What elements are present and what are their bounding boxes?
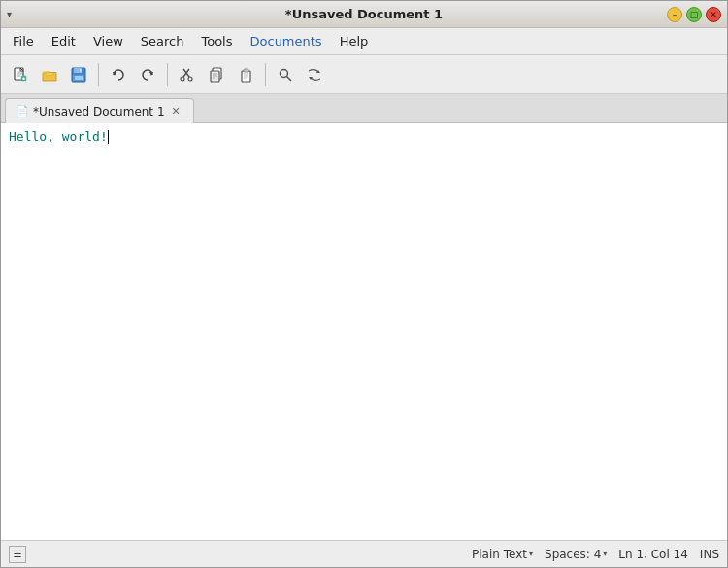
copy-button[interactable] bbox=[203, 61, 230, 88]
find-button[interactable] bbox=[272, 61, 299, 88]
tab-close-button[interactable]: ✕ bbox=[169, 104, 183, 118]
svg-rect-13 bbox=[80, 69, 82, 72]
open-button[interactable] bbox=[36, 61, 63, 88]
svg-rect-15 bbox=[75, 76, 83, 80]
redo-icon bbox=[140, 67, 155, 83]
text-cursor bbox=[108, 130, 109, 144]
svg-point-20 bbox=[181, 77, 184, 81]
svg-rect-29 bbox=[244, 69, 248, 72]
window-controls: – □ ✕ bbox=[667, 7, 721, 22]
menu-file[interactable]: File bbox=[5, 31, 42, 51]
close-button[interactable]: ✕ bbox=[706, 7, 721, 22]
separator-3 bbox=[265, 63, 266, 86]
save-button[interactable] bbox=[65, 61, 92, 88]
svg-rect-28 bbox=[242, 71, 250, 82]
cut-button[interactable] bbox=[174, 61, 201, 88]
separator-2 bbox=[167, 63, 168, 86]
undo-button[interactable] bbox=[105, 61, 132, 88]
editor-content[interactable]: Hello, world! bbox=[9, 129, 719, 534]
cut-icon bbox=[180, 67, 195, 83]
filetype-dropdown-arrow: ▾ bbox=[529, 550, 533, 558]
editor-area[interactable]: Hello, world! bbox=[1, 123, 727, 540]
titlebar-dropdown-arrow[interactable]: ▾ bbox=[7, 9, 12, 19]
main-window: ▾ *Unsaved Document 1 – □ ✕ File Edit Vi… bbox=[0, 0, 728, 568]
minimize-button[interactable]: – bbox=[667, 7, 682, 22]
menu-view[interactable]: View bbox=[85, 31, 131, 51]
tab-doc-icon: 📄 bbox=[16, 105, 29, 117]
statusbar: ☰ Plain Text ▾ Spaces: 4 ▾ Ln 1, Col 14 … bbox=[1, 540, 727, 567]
svg-point-33 bbox=[281, 69, 288, 77]
undo-icon bbox=[111, 67, 126, 83]
paste-button[interactable] bbox=[232, 61, 259, 88]
sidebar-toggle-button[interactable]: ☰ bbox=[9, 546, 26, 563]
cursor-position: Ln 1, Col 14 bbox=[618, 548, 688, 561]
spaces-dropdown-arrow: ▾ bbox=[603, 550, 607, 558]
spaces-label: Spaces: 4 bbox=[545, 548, 601, 561]
maximize-button[interactable]: □ bbox=[686, 7, 702, 22]
svg-point-21 bbox=[188, 77, 192, 81]
menu-search[interactable]: Search bbox=[133, 31, 192, 51]
spaces-dropdown[interactable]: Spaces: 4 ▾ bbox=[545, 548, 607, 561]
filetype-dropdown[interactable]: Plain Text ▾ bbox=[472, 548, 533, 561]
new-doc-icon bbox=[13, 67, 28, 83]
svg-line-34 bbox=[287, 76, 292, 81]
new-button[interactable] bbox=[7, 61, 34, 88]
menubar: File Edit View Search Tools Documents He… bbox=[1, 28, 727, 55]
statusbar-right: Plain Text ▾ Spaces: 4 ▾ Ln 1, Col 14 IN… bbox=[472, 548, 719, 561]
titlebar: ▾ *Unsaved Document 1 – □ ✕ bbox=[1, 1, 727, 28]
statusbar-left: ☰ bbox=[9, 546, 26, 563]
find-icon bbox=[278, 67, 293, 83]
svg-rect-24 bbox=[211, 71, 219, 82]
menu-help[interactable]: Help bbox=[332, 31, 377, 51]
toolbar bbox=[1, 55, 727, 94]
redo-button[interactable] bbox=[134, 61, 161, 88]
tab-label: *Unsaved Document 1 bbox=[33, 105, 165, 118]
save-doc-icon bbox=[71, 67, 86, 83]
paste-icon bbox=[238, 67, 253, 83]
replace-button[interactable] bbox=[301, 61, 328, 88]
menu-tools[interactable]: Tools bbox=[193, 31, 240, 51]
filetype-label: Plain Text bbox=[472, 548, 527, 561]
open-doc-icon bbox=[42, 67, 57, 83]
tabbar: 📄 *Unsaved Document 1 ✕ bbox=[1, 94, 727, 123]
insert-mode-indicator: INS bbox=[700, 548, 719, 561]
replace-icon bbox=[307, 67, 322, 83]
titlebar-left: ▾ bbox=[7, 9, 12, 19]
document-tab[interactable]: 📄 *Unsaved Document 1 ✕ bbox=[5, 98, 194, 123]
copy-icon bbox=[209, 67, 224, 83]
menu-documents[interactable]: Documents bbox=[243, 31, 330, 51]
window-title: *Unsaved Document 1 bbox=[0, 7, 728, 21]
separator-1 bbox=[98, 63, 99, 86]
menu-edit[interactable]: Edit bbox=[44, 31, 83, 51]
